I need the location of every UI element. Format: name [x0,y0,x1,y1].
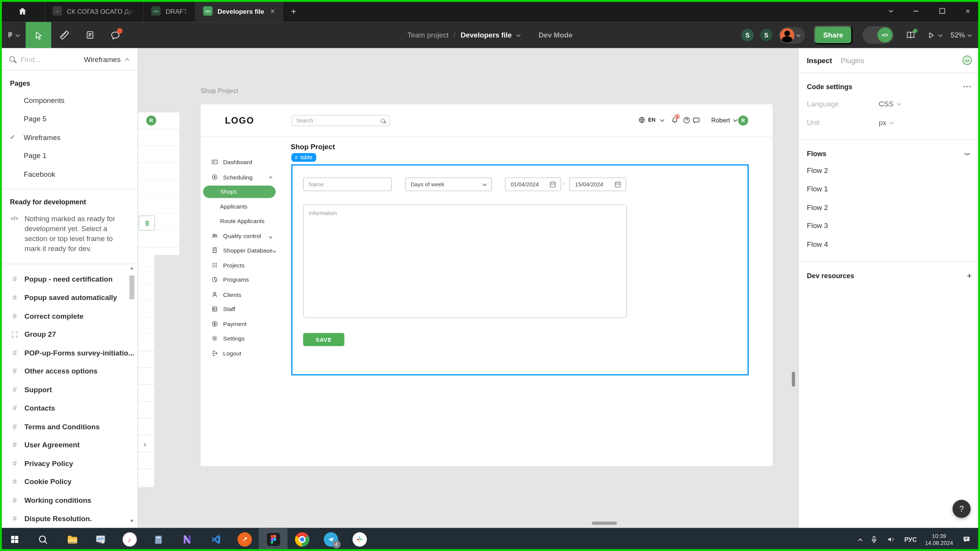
browser-tab-developers-file[interactable]: </> Developers file × [196,0,283,22]
collaborator-avatar[interactable]: S [760,29,773,41]
close-tab-icon[interactable]: × [270,7,274,15]
clock[interactable]: 10:39 14.08.2024 [925,533,953,546]
find-input[interactable] [21,55,64,63]
layer-row[interactable]: #Terms and Conditions [0,417,137,435]
breadcrumb-project[interactable]: Team project [407,31,449,39]
calculator-button[interactable] [144,528,173,551]
browser-tab-design-file[interactable]: ◑ СК СОГАЗ ОСАГО Дизайн калькулят [45,0,144,22]
unit-select[interactable]: px [879,119,893,126]
library-button[interactable] [905,30,916,40]
avatar[interactable]: R [738,116,748,126]
nav-item-staff[interactable]: Staff [201,302,279,316]
scroll-up-icon[interactable]: ▲ [128,266,136,270]
figma-main-menu[interactable] [0,22,26,48]
tray-expand-icon[interactable] [858,538,863,543]
vscode-button[interactable] [201,528,230,551]
close-window-button[interactable]: × [965,7,970,15]
tab-plugins[interactable]: Plugins [841,57,864,64]
shop-search-input[interactable] [296,117,381,124]
new-tab-button[interactable]: + [283,0,304,22]
task-manager-button[interactable] [86,528,115,551]
nav-item-shops-active[interactable]: Shops [203,185,276,198]
layer-row[interactable]: #Cookie Policy [0,473,137,491]
scrollbar-thumb[interactable] [129,276,134,299]
selection-badge[interactable]: # table [291,153,316,162]
partial-frame[interactable] [138,112,180,255]
nav-item-scheduling[interactable]: Scheduling [201,170,279,184]
postman-button[interactable] [230,528,259,551]
nav-item-programs[interactable]: Programs [201,272,279,287]
measure-tool-button[interactable] [51,22,77,48]
eye-closed-icon[interactable] [962,150,972,158]
layer-row[interactable]: #Correct complete [0,306,137,325]
chevron-right-icon[interactable]: › [144,440,146,448]
layer-row[interactable]: #User Agreement [0,436,137,454]
window-menu-chevron-icon[interactable] [889,8,893,13]
help-button[interactable]: ? [952,500,970,518]
annotations-tool-button[interactable] [77,22,103,48]
nav-item-payment[interactable]: Payment [201,316,279,331]
flow-item[interactable]: Flow 3 [799,217,980,235]
shop-search-field[interactable] [291,115,390,126]
help-button[interactable] [683,116,691,124]
page-item-facebook[interactable]: Facebook [0,165,137,183]
start-button[interactable] [0,528,29,551]
canvas-vertical-scrollbar[interactable] [792,372,795,386]
messages-button[interactable] [692,116,701,124]
nav-item-applicants[interactable]: Applicants [201,199,279,214]
speaker-icon[interactable] [886,535,896,544]
zoom-menu[interactable]: 52% [951,31,971,39]
telegram-button[interactable]: 4 [316,528,345,551]
language-selector[interactable]: EN [638,116,664,124]
page-item-components[interactable]: Components [0,91,137,109]
flow-item[interactable]: Flow 2 [799,161,980,179]
collaborator-avatar[interactable]: S [741,29,754,41]
shop-project-frame[interactable]: LOGO EN 1 [201,104,773,466]
action-center-icon[interactable] [961,535,972,544]
minimize-button[interactable]: − [913,5,919,16]
comment-tool-button[interactable] [103,22,128,48]
add-dev-resource-button[interactable]: + [967,270,972,280]
scroll-down-icon[interactable]: ▼ [128,518,136,523]
nav-item-dashboard[interactable]: Dashboard [201,155,279,170]
file-explorer-button[interactable] [57,528,86,551]
taskbar-search-button[interactable] [29,528,57,551]
more-options-icon[interactable]: ··· [963,83,972,91]
nav-item-clients[interactable]: Clients [201,287,279,302]
page-item-page1[interactable]: Page 1 [0,147,137,165]
account-menu[interactable] [779,26,805,43]
move-tool-button[interactable] [26,22,51,48]
chrome-button[interactable] [287,528,316,551]
trash-button[interactable] [139,215,155,230]
canvas[interactable]: R › Shop Project LOGO EN [138,48,798,528]
language-select[interactable]: CSS [879,100,901,108]
flow-item[interactable]: Flow 2 [799,198,980,217]
nav-item-projects[interactable]: Projects [201,258,279,272]
plugin-icon[interactable]: <> [962,55,972,65]
flow-item[interactable]: Flow 1 [799,179,980,198]
sidebar-scrollbar[interactable]: ▲ ▼ [128,266,136,523]
chevron-down-icon[interactable] [516,32,521,37]
dev-mode-toggle[interactable]: </> [862,26,894,44]
nav-item-route-applicants[interactable]: Route Applicants [201,214,279,228]
layer-row[interactable]: #Dispute Resolution. [0,509,137,528]
design-app-button[interactable] [173,528,201,551]
keyboard-language[interactable]: РУС [904,536,917,543]
canvas-horizontal-scrollbar[interactable] [592,522,617,525]
maximize-button[interactable] [939,8,945,14]
microphone-icon[interactable] [870,535,878,544]
nav-item-quality-control[interactable]: Quality control [201,228,279,243]
notifications-button[interactable]: 1 [671,116,679,124]
figma-app-button[interactable] [259,528,287,551]
tab-inspect[interactable]: Inspect [807,57,832,64]
layer-row[interactable]: #Privacy Policy [0,454,137,473]
page-selector[interactable]: Wireframes [84,55,129,63]
layer-row[interactable]: #Support [0,380,137,399]
page-item-page5[interactable]: Page 5 [0,110,137,128]
nav-item-logout[interactable]: Logout [201,346,279,360]
layer-row[interactable]: #Popup - need certification [0,270,137,288]
page-item-wireframes[interactable]: ✓Wireframes [0,128,137,147]
breadcrumb-file[interactable]: Developers file [461,31,512,39]
frame-title[interactable]: Shop Project [201,87,238,95]
home-button[interactable] [0,0,45,22]
